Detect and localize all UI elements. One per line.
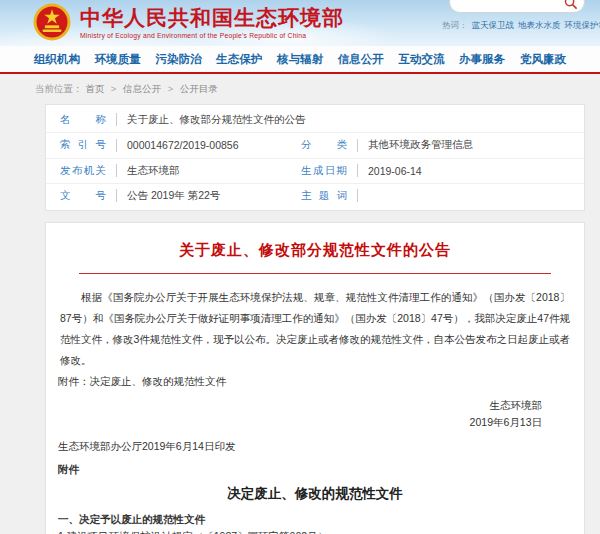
- meta-label-issuing-agency: 发布机关: [60, 164, 106, 178]
- meta-value-date: 2019-06-14: [368, 165, 422, 177]
- meta-label-category: 分类: [301, 138, 347, 152]
- divider: [357, 139, 358, 152]
- breadcrumb-item-home[interactable]: 首页: [85, 83, 104, 94]
- attachment-title: 决定废止、修改的规范性文件: [58, 485, 572, 503]
- search-box: [449, 0, 585, 13]
- nav-item-nuclear-radiation[interactable]: 核与辐射: [277, 52, 323, 67]
- section-title: 一、决定予以废止的规范性文件: [58, 513, 572, 527]
- divider: [116, 139, 117, 152]
- nav-item-env-quality[interactable]: 环境质量: [95, 52, 141, 67]
- nav-item-pollution-control[interactable]: 污染防治: [156, 52, 202, 67]
- site-title: 中华人民共和国生态环境部: [80, 6, 344, 30]
- meta-value-doc-number: 公告 2019年 第22号: [127, 189, 307, 203]
- hotword-link[interactable]: 蓝天保卫战: [472, 20, 515, 30]
- nav-item-services[interactable]: 办事服务: [459, 52, 505, 67]
- meta-row-doc-number: 文号 公告 2019年 第22号 主题词: [46, 183, 584, 208]
- breadcrumb: 当前位置： 首页 > 信息公开 > 公开目录: [0, 74, 600, 104]
- meta-row-name: 名称 关于废止、修改部分规范性文件的公告: [46, 107, 584, 132]
- nav-item-organization[interactable]: 组织机构: [34, 52, 80, 67]
- document-meta-card: 名称 关于废止、修改部分规范性文件的公告 索引号 000014672/2019-…: [45, 104, 585, 211]
- attachment-label: 附件: [58, 463, 572, 477]
- divider: [116, 164, 117, 177]
- meta-label-index-no: 索引号: [60, 138, 106, 152]
- nav-item-info-disclosure[interactable]: 信息公开: [338, 52, 384, 67]
- nav-item-interaction[interactable]: 互动交流: [399, 52, 445, 67]
- site-subtitle: Ministry of Ecology and Environment of t…: [80, 32, 344, 39]
- national-emblem-icon: [33, 3, 71, 41]
- meta-label-doc-number: 文号: [60, 189, 106, 203]
- hotwords-label: 热词：: [442, 20, 468, 30]
- meta-value-issuing-agency: 生态环境部: [127, 164, 307, 178]
- search-input[interactable]: [460, 0, 560, 12]
- search-area: 热词：蓝天保卫战地表水水质环境保护税高级检索: [442, 0, 592, 32]
- repealed-doc-item: 1.建设项目环境保护设计规定（〔1987〕国环字第002号）: [58, 527, 572, 534]
- divider: [116, 189, 117, 202]
- hotword-link[interactable]: 地表水水质: [518, 20, 561, 30]
- breadcrumb-label: 当前位置：: [35, 83, 83, 94]
- site-banner: 中华人民共和国生态环境部 Ministry of Ecology and Env…: [0, 0, 600, 46]
- hotwords-bar: 热词：蓝天保卫战地表水水质环境保护税高级检索: [442, 20, 592, 32]
- nav-item-eco-protection[interactable]: 生态保护: [216, 52, 262, 67]
- print-note: 生态环境部办公厅2019年6月14日印发: [58, 440, 572, 454]
- title-divider: [79, 273, 551, 274]
- article-title: 关于废止、修改部分规范性文件的公告: [58, 241, 572, 260]
- meta-value-index-no: 000014672/2019-00856: [127, 139, 307, 151]
- meta-value-category: 其他环境政务管理信息: [368, 138, 473, 152]
- meta-group-category: 分类 其他环境政务管理信息: [301, 138, 473, 152]
- divider: [116, 113, 117, 126]
- meta-group-date: 生成日期 2019-06-14: [301, 164, 422, 178]
- meta-row-issuer: 发布机关 生态环境部 生成日期 2019-06-14: [46, 158, 584, 183]
- meta-row-index: 索引号 000014672/2019-00856 分类 其他环境政务管理信息: [46, 132, 584, 157]
- divider: [357, 189, 358, 202]
- breadcrumb-separator: >: [168, 83, 174, 94]
- meta-group-subject: 主题词: [301, 189, 368, 203]
- nav-item-party-conduct[interactable]: 党风廉政: [520, 52, 566, 67]
- meta-label-name: 名称: [60, 113, 106, 127]
- search-icon[interactable]: [564, 0, 577, 9]
- breadcrumb-item-catalog[interactable]: 公开目录: [180, 83, 218, 94]
- site-brand: 中华人民共和国生态环境部 Ministry of Ecology and Env…: [33, 3, 344, 41]
- attachment-reference-line: 附件：决定废止、修改的规范性文件: [58, 371, 572, 392]
- breadcrumb-separator: >: [111, 83, 117, 94]
- meta-label-date: 生成日期: [301, 164, 347, 178]
- meta-label-subject-words: 主题词: [301, 189, 347, 203]
- brand-text: 中华人民共和国生态环境部 Ministry of Ecology and Env…: [80, 6, 344, 39]
- issue-date: 2019年6月13日: [58, 414, 572, 431]
- top-nav: 组织机构 环境质量 污染防治 生态保护 核与辐射 信息公开 互动交流 办事服务 …: [0, 46, 600, 74]
- divider: [357, 164, 358, 177]
- meta-value-name: 关于废止、修改部分规范性文件的公告: [127, 113, 584, 127]
- article-card: 关于废止、修改部分规范性文件的公告 根据《国务院办公厅关于开展生态环境保护法规、…: [45, 222, 585, 534]
- breadcrumb-item-info[interactable]: 信息公开: [123, 83, 161, 94]
- hotword-link[interactable]: 环境保护税: [565, 20, 600, 30]
- issuer-signature: 生态环境部: [58, 397, 572, 414]
- article-paragraph: 根据《国务院办公厅关于开展生态环境保护法规、规章、规范性文件清理工作的通知》（国…: [58, 287, 572, 371]
- page: 中华人民共和国生态环境部 Ministry of Ecology and Env…: [0, 0, 600, 534]
